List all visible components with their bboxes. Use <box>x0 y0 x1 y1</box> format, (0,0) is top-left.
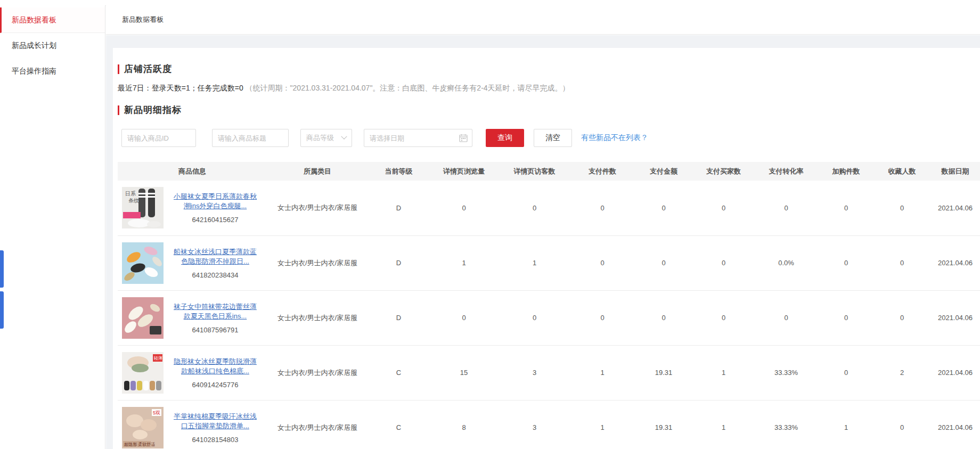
table-row: 日系条纹 小腿袜女夏季日系薄款春秋潮ins外穿白色瘦腿... 642160415… <box>118 181 980 235</box>
cell-grade: D <box>368 235 429 290</box>
product-title-link[interactable]: 袜子女中筒袜带花边蕾丝薄款夏天黑色日系ins... <box>170 302 260 321</box>
missing-products-link[interactable]: 有些新品不在列表？ <box>581 133 648 143</box>
product-id: 641087596791 <box>170 326 260 334</box>
cell-grade: C <box>368 400 429 449</box>
cell-pay-amount: 19.31 <box>634 400 693 449</box>
col-visitors: 详情页访客数 <box>499 162 570 181</box>
cell-category: 女士内衣/男士内衣/家居服 <box>267 400 368 449</box>
cell-category: 女士内衣/男士内衣/家居服 <box>267 290 368 345</box>
cell-pay-amount: 0 <box>634 235 693 290</box>
cell-pay-items: 1 <box>570 400 634 449</box>
cell-grade: C <box>368 345 429 400</box>
cell-pay-items: 0 <box>570 235 634 290</box>
search-button[interactable]: 查询 <box>486 129 524 147</box>
date-input[interactable] <box>364 129 472 147</box>
detail-metrics-title: 新品明细指标 <box>124 104 182 116</box>
cell-date: 2021.04.06 <box>930 400 980 449</box>
product-id: 642160415627 <box>170 216 260 224</box>
product-image[interactable] <box>122 297 164 339</box>
cell-conversion: 33.33% <box>754 400 818 449</box>
col-page-views: 详情页浏览量 <box>429 162 499 181</box>
cell-favorites: 0 <box>874 235 930 290</box>
sidebar-item-label: 平台操作指南 <box>12 67 56 76</box>
cell-conversion: 0 <box>754 181 818 235</box>
cell-pay-buyers: 0 <box>693 181 754 235</box>
cell-pay-items: 0 <box>570 290 634 345</box>
cell-favorites: 0 <box>874 181 930 235</box>
cell-favorites: 2 <box>874 345 930 400</box>
product-image[interactable]: 日系条纹 <box>122 187 164 228</box>
product-id: 641820238434 <box>170 271 260 279</box>
cell-page-views: 0 <box>429 181 499 235</box>
shop-activity-stats: 最近7日：登录天数=1；任务完成数=0 （统计周期："2021.03.31-20… <box>118 84 980 93</box>
cell-cart-items: 0 <box>818 290 874 345</box>
stats-main-text: 最近7日：登录天数=1；任务完成数=0 <box>118 84 243 92</box>
svg-text:轻薄: 轻薄 <box>153 356 162 361</box>
col-pay-items: 支付件数 <box>570 162 634 181</box>
main-area: 店铺活跃度 最近7日：登录天数=1；任务完成数=0 （统计周期："2021.03… <box>106 35 980 449</box>
cell-cart-items: 0 <box>818 181 874 235</box>
product-id-input[interactable] <box>121 129 196 147</box>
page-title: 新品数据看板 <box>122 15 164 25</box>
heading-accent-bar <box>118 105 119 115</box>
side-float-widget[interactable] <box>0 291 4 329</box>
cell-conversion: 33.33% <box>754 345 818 400</box>
sidebar-item-platform-guide[interactable]: 平台操作指南 <box>0 59 105 84</box>
product-title-input[interactable] <box>212 129 289 147</box>
col-category: 所属类目 <box>267 162 368 181</box>
clear-button[interactable]: 清空 <box>534 129 572 147</box>
detail-metrics-section-heading: 新品明细指标 <box>118 104 980 116</box>
cell-page-views: 15 <box>429 345 499 400</box>
cell-date: 2021.04.06 <box>930 345 980 400</box>
sidebar-item-label: 新品数据看板 <box>12 15 56 25</box>
col-pay-amount: 支付金额 <box>634 162 693 181</box>
shop-activity-title: 店铺活跃度 <box>124 63 172 75</box>
sidebar-item-new-product-growth-plan[interactable]: 新品成长计划 <box>0 33 105 59</box>
svg-text:超隐形 柔软舒适: 超隐形 柔软舒适 <box>124 442 155 447</box>
grade-select-value: 商品等级 <box>306 133 334 143</box>
sidebar-item-new-product-dashboard[interactable]: 新品数据看板 <box>0 7 105 33</box>
product-grade-select[interactable]: 商品等级 <box>300 129 352 147</box>
svg-text:5双: 5双 <box>153 410 160 415</box>
cell-category: 女士内衣/男士内衣/家居服 <box>267 345 368 400</box>
cell-cart-items: 1 <box>818 400 874 449</box>
sidebar-item-label: 新品成长计划 <box>12 41 56 51</box>
cell-date: 2021.04.06 <box>930 290 980 345</box>
product-title-link[interactable]: 半掌袜纯棉夏季吸汗冰丝浅口五指脚掌垫防滑单... <box>170 412 260 431</box>
chevron-down-icon <box>341 134 347 140</box>
cell-page-views: 0 <box>429 290 499 345</box>
cell-pay-amount: 0 <box>634 181 693 235</box>
cell-pay-items: 1 <box>570 345 634 400</box>
date-picker <box>364 129 472 147</box>
col-conversion: 支付转化率 <box>754 162 818 181</box>
cell-conversion: 0 <box>754 290 818 345</box>
side-float-widget[interactable] <box>0 250 4 288</box>
calendar-icon[interactable] <box>459 134 468 142</box>
product-title-link[interactable]: 小腿袜女夏季日系薄款春秋潮ins外穿白色瘦腿... <box>170 192 260 211</box>
content-card: 店铺活跃度 最近7日：登录天数=1；任务完成数=0 （统计周期："2021.03… <box>113 48 980 449</box>
cell-page-views: 1 <box>429 235 499 290</box>
col-pay-buyers: 支付买家数 <box>693 162 754 181</box>
cell-category: 女士内衣/男士内衣/家居服 <box>267 235 368 290</box>
product-title-link[interactable]: 船袜女冰丝浅口夏季薄款蓝色隐形防滑不掉跟日... <box>170 247 260 266</box>
cell-cart-items: 0 <box>818 345 874 400</box>
cell-favorites: 0 <box>874 290 930 345</box>
table-row: 5双 超隐形 柔软舒适 半掌袜纯棉夏季吸汗冰丝浅口五指脚掌垫防滑单... 641… <box>118 400 980 449</box>
cell-visitors: 0 <box>499 290 570 345</box>
cell-pay-amount: 0 <box>634 290 693 345</box>
col-favorites: 收藏人数 <box>874 162 930 181</box>
cell-favorites: 0 <box>874 400 930 449</box>
heading-accent-bar <box>118 64 119 74</box>
table-row: 袜子女中筒袜带花边蕾丝薄款夏天黑色日系ins... 641087596791 女… <box>118 290 980 345</box>
product-image[interactable] <box>122 242 164 284</box>
table-row: 船袜女冰丝浅口夏季薄款蓝色隐形防滑不掉跟日... 641820238434 女士… <box>118 235 980 290</box>
cell-pay-amount: 19.31 <box>634 345 693 400</box>
cell-conversion: 0.0% <box>754 235 818 290</box>
product-image[interactable]: 5双 超隐形 柔软舒适 <box>122 407 164 448</box>
col-grade: 当前等级 <box>368 162 429 181</box>
cell-page-views: 8 <box>429 400 499 449</box>
filter-bar: 商品等级 查询 清空 有些新品不在列表？ <box>118 129 980 147</box>
cell-category: 女士内衣/男士内衣/家居服 <box>267 181 368 235</box>
product-title-link[interactable]: 隐形袜女冰丝夏季防脱滑薄款船袜浅口纯色棉底... <box>170 357 260 376</box>
product-image[interactable]: 轻薄 <box>122 352 164 394</box>
